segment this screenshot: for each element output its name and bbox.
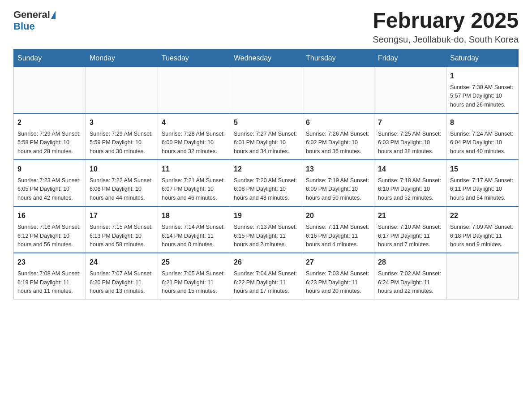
- header-wednesday: Wednesday: [230, 49, 302, 67]
- calendar-cell: 20Sunrise: 7:11 AM Sunset: 6:16 PM Dayli…: [302, 206, 374, 253]
- day-info: Sunrise: 7:26 AM Sunset: 6:02 PM Dayligh…: [306, 130, 370, 156]
- calendar-title: February 2025: [373, 9, 519, 33]
- header-saturday: Saturday: [446, 49, 519, 67]
- day-info: Sunrise: 7:28 AM Sunset: 6:00 PM Dayligh…: [162, 130, 226, 156]
- day-info: Sunrise: 7:30 AM Sunset: 5:57 PM Dayligh…: [450, 83, 515, 109]
- day-number: 13: [306, 164, 370, 175]
- calendar-cell: 24Sunrise: 7:07 AM Sunset: 6:20 PM Dayli…: [86, 253, 158, 300]
- day-info: Sunrise: 7:09 AM Sunset: 6:18 PM Dayligh…: [450, 223, 515, 249]
- day-info: Sunrise: 7:17 AM Sunset: 6:11 PM Dayligh…: [450, 176, 515, 202]
- day-number: 8: [450, 117, 515, 128]
- day-number: 14: [378, 164, 442, 175]
- calendar-cell: 15Sunrise: 7:17 AM Sunset: 6:11 PM Dayli…: [446, 160, 519, 206]
- day-info: Sunrise: 7:25 AM Sunset: 6:03 PM Dayligh…: [378, 130, 442, 156]
- calendar-cell: [302, 67, 374, 113]
- day-number: 17: [90, 210, 154, 221]
- day-number: 27: [306, 257, 370, 268]
- day-info: Sunrise: 7:24 AM Sunset: 6:04 PM Dayligh…: [450, 130, 515, 156]
- day-number: 9: [17, 164, 82, 175]
- day-number: 25: [162, 257, 226, 268]
- day-number: 4: [162, 117, 226, 128]
- day-number: 5: [234, 117, 298, 128]
- calendar-cell: 1Sunrise: 7:30 AM Sunset: 5:57 PM Daylig…: [446, 67, 519, 113]
- day-info: Sunrise: 7:07 AM Sunset: 6:20 PM Dayligh…: [90, 270, 154, 295]
- calendar-cell: 22Sunrise: 7:09 AM Sunset: 6:18 PM Dayli…: [446, 206, 519, 253]
- day-number: 24: [90, 257, 154, 268]
- calendar-header: SundayMondayTuesdayWednesdayThursdayFrid…: [14, 49, 519, 67]
- header-tuesday: Tuesday: [158, 49, 230, 67]
- logo-blue-label: Blue: [13, 21, 35, 32]
- day-number: 21: [378, 210, 442, 221]
- day-info: Sunrise: 7:08 AM Sunset: 6:19 PM Dayligh…: [17, 270, 82, 295]
- logo-general-text: General: [13, 9, 56, 21]
- calendar-cell: 7Sunrise: 7:25 AM Sunset: 6:03 PM Daylig…: [374, 113, 446, 160]
- day-info: Sunrise: 7:05 AM Sunset: 6:21 PM Dayligh…: [162, 270, 226, 295]
- calendar-cell: [374, 67, 446, 113]
- calendar-cell: 12Sunrise: 7:20 AM Sunset: 6:08 PM Dayli…: [230, 160, 302, 206]
- calendar-cell: 10Sunrise: 7:22 AM Sunset: 6:06 PM Dayli…: [86, 160, 158, 206]
- title-block: February 2025 Seongsu, Jeollabuk-do, Sou…: [373, 9, 519, 45]
- calendar-cell: 17Sunrise: 7:15 AM Sunset: 6:13 PM Dayli…: [86, 206, 158, 253]
- day-number: 23: [17, 257, 82, 268]
- calendar-cell: 2Sunrise: 7:29 AM Sunset: 5:58 PM Daylig…: [14, 113, 86, 160]
- day-info: Sunrise: 7:21 AM Sunset: 6:07 PM Dayligh…: [162, 176, 226, 202]
- day-info: Sunrise: 7:29 AM Sunset: 5:58 PM Dayligh…: [17, 130, 82, 156]
- calendar-cell: [158, 67, 230, 113]
- day-info: Sunrise: 7:04 AM Sunset: 6:22 PM Dayligh…: [234, 270, 298, 295]
- day-info: Sunrise: 7:13 AM Sunset: 6:15 PM Dayligh…: [234, 223, 298, 249]
- week-row-0: 1Sunrise: 7:30 AM Sunset: 5:57 PM Daylig…: [14, 67, 519, 113]
- day-number: 15: [450, 164, 515, 175]
- calendar-cell: [446, 253, 519, 300]
- calendar-cell: 18Sunrise: 7:14 AM Sunset: 6:14 PM Dayli…: [158, 206, 230, 253]
- day-number: 7: [378, 117, 442, 128]
- calendar-cell: 5Sunrise: 7:27 AM Sunset: 6:01 PM Daylig…: [230, 113, 302, 160]
- day-info: Sunrise: 7:20 AM Sunset: 6:08 PM Dayligh…: [234, 176, 298, 202]
- day-number: 22: [450, 210, 515, 221]
- calendar-cell: [230, 67, 302, 113]
- calendar-cell: 11Sunrise: 7:21 AM Sunset: 6:07 PM Dayli…: [158, 160, 230, 206]
- day-info: Sunrise: 7:11 AM Sunset: 6:16 PM Dayligh…: [306, 223, 370, 249]
- day-info: Sunrise: 7:15 AM Sunset: 6:13 PM Dayligh…: [90, 223, 154, 249]
- week-row-2: 9Sunrise: 7:23 AM Sunset: 6:05 PM Daylig…: [14, 160, 519, 206]
- calendar-cell: [14, 67, 86, 113]
- calendar-cell: 28Sunrise: 7:02 AM Sunset: 6:24 PM Dayli…: [374, 253, 446, 300]
- header-friday: Friday: [374, 49, 446, 67]
- day-number: 18: [162, 210, 226, 221]
- calendar-cell: 9Sunrise: 7:23 AM Sunset: 6:05 PM Daylig…: [14, 160, 86, 206]
- logo-general-label: General: [13, 9, 50, 21]
- header-sunday: Sunday: [14, 49, 86, 67]
- calendar-cell: 23Sunrise: 7:08 AM Sunset: 6:19 PM Dayli…: [14, 253, 86, 300]
- calendar-cell: 4Sunrise: 7:28 AM Sunset: 6:00 PM Daylig…: [158, 113, 230, 160]
- day-number: 12: [234, 164, 298, 175]
- day-number: 10: [90, 164, 154, 175]
- logo-triangle-icon: [51, 11, 56, 19]
- day-number: 2: [17, 117, 82, 128]
- day-number: 6: [306, 117, 370, 128]
- calendar-subtitle: Seongsu, Jeollabuk-do, South Korea: [373, 34, 519, 45]
- day-info: Sunrise: 7:23 AM Sunset: 6:05 PM Dayligh…: [17, 176, 82, 202]
- day-number: 11: [162, 164, 226, 175]
- day-info: Sunrise: 7:14 AM Sunset: 6:14 PM Dayligh…: [162, 223, 226, 249]
- day-info: Sunrise: 7:18 AM Sunset: 6:10 PM Dayligh…: [378, 176, 442, 202]
- day-number: 28: [378, 257, 442, 268]
- calendar-table: SundayMondayTuesdayWednesdayThursdayFrid…: [13, 49, 519, 300]
- day-info: Sunrise: 7:02 AM Sunset: 6:24 PM Dayligh…: [378, 270, 442, 295]
- day-number: 1: [450, 71, 515, 81]
- day-number: 3: [90, 117, 154, 128]
- day-number: 19: [234, 210, 298, 221]
- calendar-cell: 3Sunrise: 7:29 AM Sunset: 5:59 PM Daylig…: [86, 113, 158, 160]
- day-info: Sunrise: 7:29 AM Sunset: 5:59 PM Dayligh…: [90, 130, 154, 156]
- day-info: Sunrise: 7:19 AM Sunset: 6:09 PM Dayligh…: [306, 176, 370, 202]
- day-number: 20: [306, 210, 370, 221]
- calendar-cell: 14Sunrise: 7:18 AM Sunset: 6:10 PM Dayli…: [374, 160, 446, 206]
- page-header: General Blue February 2025 Seongsu, Jeol…: [13, 9, 519, 45]
- day-number: 16: [17, 210, 82, 221]
- week-row-1: 2Sunrise: 7:29 AM Sunset: 5:58 PM Daylig…: [14, 113, 519, 160]
- calendar-cell: 25Sunrise: 7:05 AM Sunset: 6:21 PM Dayli…: [158, 253, 230, 300]
- logo: General Blue: [13, 9, 56, 32]
- day-info: Sunrise: 7:27 AM Sunset: 6:01 PM Dayligh…: [234, 130, 298, 156]
- calendar-cell: 21Sunrise: 7:10 AM Sunset: 6:17 PM Dayli…: [374, 206, 446, 253]
- calendar-cell: 19Sunrise: 7:13 AM Sunset: 6:15 PM Dayli…: [230, 206, 302, 253]
- calendar-body: 1Sunrise: 7:30 AM Sunset: 5:57 PM Daylig…: [14, 67, 519, 300]
- calendar-cell: 27Sunrise: 7:03 AM Sunset: 6:23 PM Dayli…: [302, 253, 374, 300]
